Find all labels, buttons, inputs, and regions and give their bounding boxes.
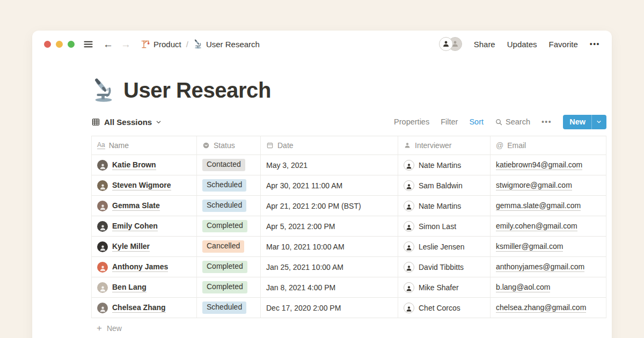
interviewer-cell[interactable]: Leslie Jensen bbox=[398, 237, 491, 256]
interviewer-cell[interactable]: Simon Last bbox=[398, 216, 491, 236]
email-link[interactable]: ksmiller@gmail.com bbox=[496, 241, 563, 252]
status-cell[interactable]: Scheduled bbox=[197, 196, 261, 216]
new-button[interactable]: New bbox=[563, 115, 606, 129]
person-icon bbox=[404, 142, 411, 149]
menu-icon[interactable] bbox=[83, 39, 93, 49]
status-cell[interactable]: Scheduled bbox=[197, 298, 261, 318]
interviewer-cell[interactable]: Nate Martins bbox=[398, 196, 491, 216]
email-cell[interactable]: ksmiller@gmail.com bbox=[491, 237, 607, 256]
date-cell[interactable]: Mar 10, 2021 10:00 AM bbox=[261, 237, 398, 256]
updates-button[interactable]: Updates bbox=[507, 40, 537, 49]
back-arrow-icon[interactable]: ← bbox=[103, 39, 113, 49]
share-button[interactable]: Share bbox=[474, 40, 495, 49]
forward-arrow-icon[interactable]: → bbox=[121, 39, 131, 49]
table-row: Gemma Slate Scheduled Apr 21, 2021 2:00 … bbox=[91, 196, 606, 216]
column-header-status[interactable]: Status bbox=[197, 136, 261, 155]
column-header-date[interactable]: Date bbox=[261, 136, 398, 155]
column-header-interviewer[interactable]: Interviewer bbox=[398, 136, 491, 155]
email-link[interactable]: b.lang@aol.com bbox=[496, 282, 550, 293]
breadcrumb-item-product[interactable]: Product bbox=[141, 39, 181, 49]
column-header-email[interactable]: @ Email bbox=[491, 136, 607, 155]
person-name-link[interactable]: Kyle Miller bbox=[112, 241, 150, 252]
email-cell[interactable]: katiebrown94@gmail.com bbox=[491, 155, 607, 175]
table-row: Katie Brown Contacted May 3, 2021 Nate M… bbox=[91, 155, 606, 175]
person-name-link[interactable]: Emily Cohen bbox=[112, 221, 158, 232]
name-cell[interactable]: Katie Brown bbox=[92, 155, 197, 175]
search-button[interactable]: Search bbox=[495, 117, 530, 126]
email-cell[interactable]: b.lang@aol.com bbox=[491, 277, 607, 297]
close-window-button[interactable] bbox=[44, 41, 51, 48]
email-link[interactable]: gemma.slate@gmail.com bbox=[496, 201, 581, 211]
zoom-window-button[interactable] bbox=[68, 41, 75, 48]
date-cell[interactable]: Jan 25, 2021 10:00 AM bbox=[261, 257, 398, 277]
avatar bbox=[97, 282, 108, 293]
interviewer-name: Nate Martins bbox=[419, 202, 461, 210]
name-cell[interactable]: Kyle Miller bbox=[92, 237, 197, 256]
status-cell[interactable]: Contacted bbox=[197, 155, 261, 175]
email-link[interactable]: emily.cohen@gmail.com bbox=[496, 221, 577, 232]
email-link[interactable]: anthonyjames@gmail.com bbox=[496, 262, 584, 273]
person-name-link[interactable]: Steven Wigmore bbox=[112, 180, 171, 191]
properties-button[interactable]: Properties bbox=[394, 117, 429, 126]
name-cell[interactable]: Steven Wigmore bbox=[92, 175, 197, 195]
status-cell[interactable]: Scheduled bbox=[197, 175, 261, 195]
filter-button[interactable]: Filter bbox=[441, 117, 458, 126]
date-cell[interactable]: Apr 21, 2021 2:00 PM (BST) bbox=[261, 196, 398, 216]
microscope-icon[interactable] bbox=[91, 78, 116, 102]
status-cell[interactable]: Completed bbox=[197, 257, 261, 277]
email-cell[interactable]: stwigmore@gmail.com bbox=[491, 175, 607, 195]
interviewer-cell[interactable]: Chet Corcos bbox=[398, 298, 491, 318]
interviewer-cell[interactable]: David Tibbitts bbox=[398, 257, 491, 277]
interviewer-cell[interactable]: Mike Shafer bbox=[398, 277, 491, 297]
interviewer-cell[interactable]: Sam Baldwin bbox=[398, 175, 491, 195]
name-cell[interactable]: Gemma Slate bbox=[92, 196, 197, 216]
view-switcher[interactable]: All Sessions bbox=[91, 117, 162, 127]
status-cell[interactable]: Completed bbox=[197, 216, 261, 236]
canvas: { "colors": { "background": "#F7F1E8", "… bbox=[0, 0, 644, 338]
new-dropdown-chevron-icon[interactable] bbox=[592, 116, 606, 128]
page-title[interactable]: User Research bbox=[123, 78, 271, 102]
person-name-link[interactable]: Ben Lang bbox=[112, 282, 147, 293]
status-cell[interactable]: Cancelled bbox=[197, 237, 261, 256]
person-name-link[interactable]: Gemma Slate bbox=[112, 201, 160, 211]
email-cell[interactable]: emily.cohen@gmail.com bbox=[491, 216, 607, 236]
email-link[interactable]: katiebrown94@gmail.com bbox=[496, 160, 582, 171]
name-cell[interactable]: Chelsea Zhang bbox=[92, 298, 197, 318]
collaborator-avatar[interactable] bbox=[439, 37, 453, 51]
date-cell[interactable]: May 3, 2021 bbox=[261, 155, 398, 175]
search-icon bbox=[495, 118, 503, 126]
email-cell[interactable]: anthonyjames@gmail.com bbox=[491, 257, 607, 277]
date-cell[interactable]: Jan 8, 2021 4:00 PM bbox=[261, 277, 398, 297]
date-cell[interactable]: Dec 17, 2020 2:00 PM bbox=[261, 298, 398, 318]
favorite-button[interactable]: Favorite bbox=[549, 40, 578, 49]
minimize-window-button[interactable] bbox=[56, 41, 63, 48]
column-header-name[interactable]: Aa Name bbox=[92, 136, 197, 155]
email-cell[interactable]: chelsea.zhang@gmail.com bbox=[491, 298, 607, 318]
sort-button[interactable]: Sort bbox=[469, 117, 484, 126]
email-link[interactable]: stwigmore@gmail.com bbox=[496, 180, 572, 191]
status-badge: Completed bbox=[202, 281, 247, 293]
person-name-link[interactable]: Katie Brown bbox=[112, 160, 156, 171]
status-cell[interactable]: Completed bbox=[197, 277, 261, 297]
add-row-button[interactable]: + New bbox=[91, 318, 606, 338]
avatar bbox=[404, 201, 414, 211]
person-name-link[interactable]: Chelsea Zhang bbox=[112, 303, 166, 313]
person-name-link[interactable]: Anthony James bbox=[112, 262, 168, 273]
chevron-down-icon bbox=[156, 119, 162, 125]
avatar bbox=[97, 201, 108, 211]
view-more-icon[interactable]: ••• bbox=[541, 117, 552, 126]
date-value: Apr 21, 2021 2:00 PM (BST) bbox=[266, 202, 361, 210]
date-value: Jan 25, 2021 10:00 AM bbox=[266, 263, 343, 271]
status-badge: Completed bbox=[202, 261, 247, 273]
name-cell[interactable]: Emily Cohen bbox=[92, 216, 197, 236]
email-cell[interactable]: gemma.slate@gmail.com bbox=[491, 196, 607, 216]
more-options-icon[interactable]: ••• bbox=[590, 40, 600, 48]
name-cell[interactable]: Anthony James bbox=[92, 257, 197, 277]
name-cell[interactable]: Ben Lang bbox=[92, 277, 197, 297]
date-cell[interactable]: Apr 30, 2021 11:00 AM bbox=[261, 175, 398, 195]
date-cell[interactable]: Apr 5, 2021 2:00 PM bbox=[261, 216, 398, 236]
email-link[interactable]: chelsea.zhang@gmail.com bbox=[496, 303, 586, 313]
toolbar-controls: Properties Filter Sort Search ••• New bbox=[394, 115, 606, 129]
interviewer-cell[interactable]: Nate Martins bbox=[398, 155, 491, 175]
breadcrumb-item-user-research[interactable]: User Research bbox=[193, 39, 260, 49]
